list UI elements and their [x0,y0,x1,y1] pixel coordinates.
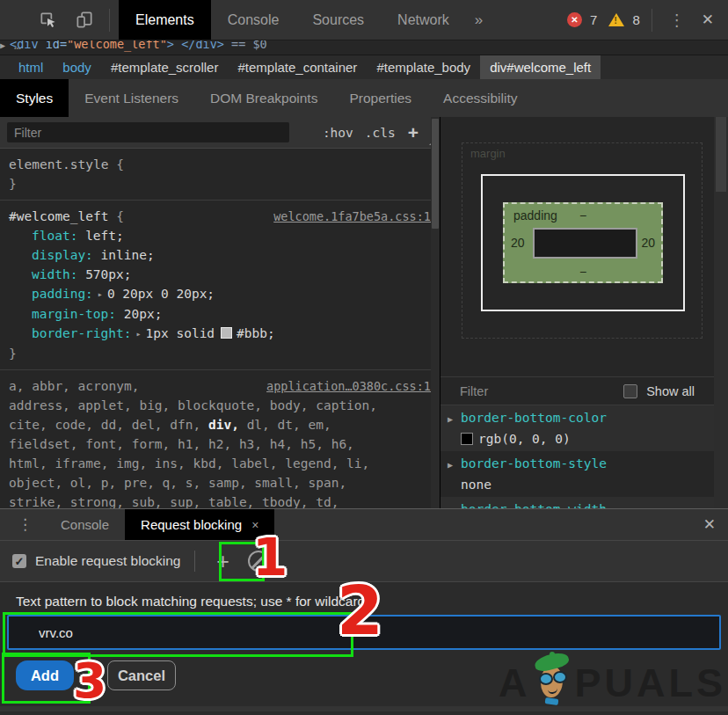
styles-pane: :hov .cls + element.style { } welcome.1f… [0,117,440,508]
annotation-number-3: 3 [73,657,106,705]
dom-attr-value: "welcome_left" [67,40,167,51]
computed-row[interactable]: ▶border-bottom-width [440,497,714,508]
computed-row[interactable]: ▶border-bottom-style none [440,451,714,497]
breadcrumb-template-container[interactable]: #template_container [228,55,367,80]
tab-accessibility[interactable]: Accessibility [427,79,533,117]
toolbar-divider [109,9,110,32]
devtools-window: Elements Console Sources Network » ✕ 7 !… [0,0,728,715]
box-model-diagram: margin padding − 20 20 − [440,117,714,365]
appuals-mascot-icon [531,653,573,706]
devtools-close-icon[interactable]: ✕ [698,11,717,29]
toolbar-divider [652,9,652,32]
inspect-element-icon[interactable] [37,10,58,31]
padding-bottom-value[interactable]: − [579,265,586,279]
dom-selector-hint: == $0 [224,40,267,51]
dom-tree-row[interactable]: ⋯ ▶<div id="welcome_left"> </div> == $0 [0,40,728,55]
css-property-row[interactable]: width: 570px; [9,265,431,284]
cancel-button[interactable]: Cancel [107,660,176,690]
css-property-row[interactable]: padding:▸0 20px 0 20px; [9,284,431,304]
cls-toggle[interactable]: .cls [365,126,396,140]
more-tabs-icon[interactable]: » [475,11,481,29]
element-style-rule[interactable]: element.style { } [0,149,440,201]
warning-count[interactable]: 8 [632,12,639,27]
box-model-border[interactable]: padding − 20 20 − [481,174,685,311]
drawer-horizontal-scrollbar[interactable] [0,706,728,711]
tab-styles[interactable]: Styles [0,79,69,117]
stylesheet-link[interactable]: welcome.1fa7be5a.css:1 [273,207,431,226]
matched-selector: div, [208,418,239,432]
drawer: ⋮ Console Request blocking × ✕ ✓ Enable … [0,508,728,715]
breadcrumb-html[interactable]: html [9,55,53,80]
breadcrumb-body[interactable]: body [53,55,101,80]
annotation-number-2: 2 [337,578,383,645]
annotation-number-1: 1 [252,532,288,583]
styles-scrollbar[interactable] [431,117,440,508]
welcome-left-rule[interactable]: welcome.1fa7be5a.css:1 #welcome_left { f… [0,201,440,370]
padding-left-value[interactable]: 20 [511,236,525,250]
tab-properties[interactable]: Properties [333,79,427,117]
warning-icon[interactable]: ! [608,13,624,26]
css-property-row[interactable]: border-right:▸1px solid#bbb; [9,324,431,344]
styles-filter-bar: :hov .cls + [0,117,440,149]
annotation-highlight-step2 [3,612,353,657]
breadcrumb-template-body[interactable]: #template_body [367,55,480,80]
tab-elements[interactable]: Elements [119,0,211,40]
padding-right-value[interactable]: 20 [641,236,655,250]
stylesheet-link[interactable]: application…0380c.css:1 [266,376,431,396]
device-toolbar-icon[interactable] [74,10,95,31]
drawer-tab-console[interactable]: Console [45,509,125,540]
computed-row[interactable]: ▶border-bottom-color rgb(0, 0, 0) [440,405,714,451]
tab-network[interactable]: Network [381,0,466,40]
enable-request-blocking-label: Enable request blocking [35,553,180,569]
show-all-checkbox[interactable] [623,384,637,398]
show-all-label: Show all [646,384,695,398]
tab-console[interactable]: Console [211,0,296,40]
css-property-row[interactable]: margin-top: 20px; [9,304,431,324]
expand-icon[interactable]: ▸ [136,329,142,339]
computed-filter-bar: Filter Show all [440,376,714,405]
tab-sources[interactable]: Sources [295,0,381,40]
devtools-toolbar: Elements Console Sources Network » ✕ 7 !… [0,0,728,40]
dom-tag-open: <div [10,40,39,51]
expand-icon[interactable]: ▸ [98,289,103,299]
computed-filter-input[interactable]: Filter [460,384,488,398]
computed-properties-list: ▶border-bottom-color rgb(0, 0, 0) ▶borde… [440,405,714,508]
drawer-menu-icon[interactable]: ⋮ [18,515,33,534]
error-badge-icon[interactable]: ✕ [567,12,582,27]
box-model-padding[interactable]: padding − 20 20 − [503,202,663,283]
rule-selector: #welcome_left [9,209,109,223]
reset-rule[interactable]: application…0380c.css:1 a, abbr, acronym… [0,370,440,508]
dom-tag-end: > [167,40,181,51]
error-count[interactable]: 7 [590,12,597,27]
breadcrumb-template-scroller[interactable]: #template_scroller [101,55,229,80]
expand-icon[interactable]: ▶ [448,410,461,429]
tab-dom-breakpoints[interactable]: DOM Breakpoints [194,79,333,117]
dom-attr-name: id= [39,40,68,51]
drawer-close-icon[interactable]: ✕ [703,515,716,534]
hov-toggle[interactable]: :hov [323,126,353,140]
padding-label: padding [513,208,557,223]
css-property-row[interactable]: display: inline; [9,245,431,265]
styles-filter-input[interactable] [7,122,289,142]
drawer-tabs: ⋮ Console Request blocking × ✕ [0,509,728,541]
computed-pane: margin padding − 20 20 − Filter Show all… [440,117,728,508]
color-swatch[interactable] [221,327,232,339]
appuals-watermark: A PUALS [499,653,726,706]
color-swatch [461,433,473,445]
css-property-row[interactable]: float: left; [9,226,431,245]
scrollbar-thumb[interactable] [716,117,726,192]
breadcrumb: html body #template_scroller #template_c… [0,55,728,80]
box-model-content[interactable] [533,228,637,259]
new-style-rule-icon[interactable]: + [408,124,419,142]
expand-icon[interactable]: ▶ [448,501,461,508]
scrollbar-thumb[interactable] [432,119,439,229]
computed-scrollbar[interactable] [714,117,728,508]
breadcrumb-welcome-left[interactable]: div#welcome_left [480,55,601,80]
devtools-menu-icon[interactable]: ⋮ [664,11,690,30]
expand-icon[interactable]: ▶ [448,456,461,475]
padding-top-value[interactable]: − [579,208,586,223]
disclosure-icon[interactable]: ▶ [0,40,5,50]
tab-event-listeners[interactable]: Event Listeners [69,79,194,117]
dom-tag-close: </div> [181,40,224,51]
enable-request-blocking-checkbox[interactable]: ✓ [12,554,26,568]
